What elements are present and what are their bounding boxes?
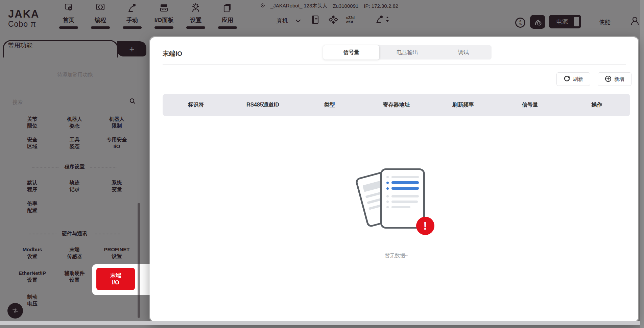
add-label: 新增: [614, 76, 624, 83]
sidebar-item-end-io-active[interactable]: 末端 I/O: [96, 268, 135, 290]
empty-state: ! 暂无数据~: [163, 168, 630, 259]
tab-voltage-output[interactable]: 电压输出: [379, 45, 435, 60]
end-io-label-line1: 末端: [110, 272, 121, 279]
table-header: 标识符 RS485通道ID 类型 寄存器地址 刷新频率 信号量 操作: [163, 94, 630, 116]
error-exclamation-icon: !: [416, 217, 434, 235]
no-data-illustration: !: [359, 168, 434, 238]
vertical-scrollbar[interactable]: [640, 0, 644, 328]
col-actions: 操作: [563, 101, 630, 109]
page-title: 末端IO: [163, 49, 182, 58]
end-io-panel: 末端IO 信号量 电压输出 调试 刷新 新增 标识符 RS485通道ID 类型 …: [150, 37, 638, 322]
no-data-text: 暂无数据~: [385, 253, 408, 259]
col-register-address: 寄存器地址: [363, 101, 430, 109]
panel-tabs: 信号量 电压输出 调试: [323, 45, 492, 60]
refresh-icon: [564, 75, 570, 83]
col-rs485-channel: RS485通道ID: [230, 101, 296, 109]
col-type: 类型: [296, 101, 363, 109]
col-signal: 信号量: [497, 101, 564, 109]
refresh-button[interactable]: 刷新: [556, 72, 590, 86]
col-identifier: 标识符: [163, 101, 230, 109]
col-refresh-rate: 刷新频率: [430, 101, 497, 109]
header-divider: [163, 64, 626, 65]
add-button[interactable]: 新增: [598, 72, 631, 86]
refresh-label: 刷新: [573, 76, 583, 83]
end-io-label-line2: I/O: [112, 279, 119, 286]
tab-debug[interactable]: 调试: [435, 45, 492, 60]
plus-circle-icon: [605, 75, 612, 83]
app-window: JAKA Cobo π 首页 编程 手动 I/O面板: [0, 0, 644, 328]
tab-signal[interactable]: 信号量: [323, 45, 379, 60]
sidebar-scrollbar-thumb[interactable]: [138, 203, 140, 318]
horizontal-scrollbar[interactable]: [0, 321, 640, 325]
